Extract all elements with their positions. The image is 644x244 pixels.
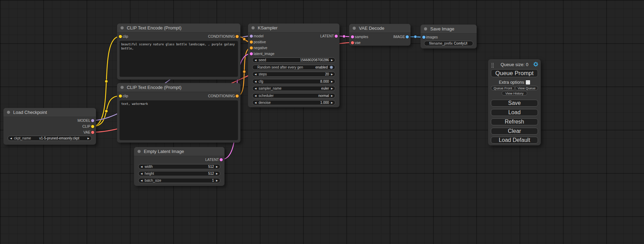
node-title-bar[interactable]: CLIP Text Encode (Prompt) <box>117 83 240 92</box>
output-slot-latent[interactable]: LATENT <box>248 33 339 39</box>
queue-prompt-button[interactable]: Queue Prompt <box>491 69 538 77</box>
node-title-bar[interactable]: Save Image <box>421 25 477 34</box>
node-title: Load Checkpoint <box>13 110 47 115</box>
input-slot-positive[interactable]: positive <box>248 39 339 45</box>
increment-arrow-icon[interactable]: ▶ <box>216 179 218 182</box>
decrement-arrow-icon[interactable]: ◀ <box>141 165 142 168</box>
image-output-dot[interactable] <box>406 35 409 38</box>
decrement-arrow-icon[interactable]: ◀ <box>255 80 256 83</box>
widget-cfg[interactable]: ◀ cfg 8.000 ▶ <box>252 79 335 84</box>
node-ksampler[interactable]: KSampler model LATENT positive negative … <box>248 24 339 107</box>
collapse-dot-icon[interactable] <box>121 26 124 29</box>
latent-output-dot[interactable] <box>335 35 338 38</box>
toggle-knob[interactable] <box>330 66 333 69</box>
prompt-textarea[interactable]: text, watermark <box>120 100 238 140</box>
input-slot-vae[interactable]: vae <box>349 40 411 45</box>
widget-ckpt-name[interactable]: ◀ ckpt_name v1-5-pruned-emaonly.ckpt ▶ <box>8 136 92 141</box>
load-button[interactable]: Load <box>491 109 538 116</box>
model-output-dot[interactable] <box>91 119 94 122</box>
queue-front-button[interactable]: Queue Front <box>491 86 515 90</box>
decrement-arrow-icon[interactable]: ◀ <box>141 179 142 182</box>
collapse-dot-icon[interactable] <box>138 150 141 153</box>
settings-gear-icon[interactable] <box>533 62 538 67</box>
node-title: Empty Latent Image <box>144 149 184 154</box>
increment-arrow-icon[interactable]: ▶ <box>331 59 333 61</box>
increment-arrow-icon[interactable]: ▶ <box>331 80 333 83</box>
view-queue-button[interactable]: View Queue <box>515 86 538 90</box>
node-save-image[interactable]: Save Image images filename_prefix ComfyU… <box>421 25 477 48</box>
latent-image-input-dot[interactable] <box>250 52 253 55</box>
output-slot-vae[interactable]: VAE <box>3 129 96 135</box>
images-input-dot[interactable] <box>422 36 425 39</box>
prev-arrow-icon[interactable]: ◀ <box>255 94 256 97</box>
latent-output-dot[interactable] <box>220 158 223 161</box>
output-slot-latent[interactable]: LATENT <box>134 157 224 162</box>
clip-output-dot[interactable] <box>91 125 94 128</box>
increment-arrow-icon[interactable]: ▶ <box>216 172 218 175</box>
queue-menu-panel[interactable]: Queue size: 0 Queue Prompt Extra options… <box>488 59 541 145</box>
next-arrow-icon[interactable]: ▶ <box>331 94 333 97</box>
conditioning-output-dot[interactable] <box>236 94 239 98</box>
output-slot-image[interactable]: IMAGE <box>349 34 411 39</box>
extra-options-label: Extra options <box>499 80 524 85</box>
conditioning-output-dot[interactable] <box>236 35 239 38</box>
next-arrow-icon[interactable]: ▶ <box>88 137 89 139</box>
decrement-arrow-icon[interactable]: ◀ <box>255 59 256 61</box>
widget-scheduler[interactable]: ◀ scheduler normal ▶ <box>252 93 335 98</box>
decrement-arrow-icon[interactable]: ◀ <box>255 101 256 104</box>
increment-arrow-icon[interactable]: ▶ <box>331 73 333 75</box>
clear-button[interactable]: Clear <box>491 128 538 135</box>
node-title-bar[interactable]: VAE Decode <box>349 24 411 33</box>
widget-filename-prefix[interactable]: filename_prefix ComfyUI <box>424 41 473 46</box>
collapse-dot-icon[interactable] <box>353 27 356 30</box>
next-arrow-icon[interactable]: ▶ <box>331 87 333 90</box>
node-clip-text-encode-negative[interactable]: CLIP Text Encode (Prompt) clip CONDITION… <box>117 83 240 143</box>
collapse-dot-icon[interactable] <box>121 86 124 89</box>
node-title-bar[interactable]: Load Checkpoint <box>3 108 96 117</box>
decrement-arrow-icon[interactable]: ◀ <box>255 73 256 75</box>
widget-steps[interactable]: ◀ steps 20 ▶ <box>252 72 335 77</box>
node-title-bar[interactable]: KSampler <box>248 24 339 33</box>
input-slot-images[interactable]: images <box>421 34 477 40</box>
prev-arrow-icon[interactable]: ◀ <box>255 87 256 90</box>
output-slot-conditioning[interactable]: CONDITIONING <box>117 93 240 99</box>
node-clip-text-encode-positive[interactable]: CLIP Text Encode (Prompt) clip CONDITION… <box>117 24 240 80</box>
vae-input-dot[interactable] <box>351 41 354 44</box>
load-default-button[interactable]: Load Default <box>491 137 538 144</box>
graph-canvas[interactable]: Load Checkpoint MODEL CLIP VAE ◀ ckpt_na… <box>0 0 644 244</box>
input-slot-latent-image[interactable]: latent_image <box>248 51 339 56</box>
widget-sampler-name[interactable]: ◀ sampler_name euler ▶ <box>252 86 335 91</box>
increment-arrow-icon[interactable]: ▶ <box>216 165 218 168</box>
negative-input-dot[interactable] <box>250 46 253 49</box>
node-title-bar[interactable]: CLIP Text Encode (Prompt) <box>117 24 240 33</box>
output-slot-model[interactable]: MODEL <box>3 118 96 123</box>
node-vae-decode[interactable]: VAE Decode samples IMAGE vae <box>349 24 411 46</box>
node-title: KSampler <box>258 25 277 30</box>
node-title-bar[interactable]: Empty Latent Image <box>134 147 224 156</box>
increment-arrow-icon[interactable]: ▶ <box>331 101 333 104</box>
save-button[interactable]: Save <box>491 100 538 107</box>
collapse-dot-icon[interactable] <box>7 111 10 114</box>
output-slot-clip[interactable]: CLIP <box>3 124 96 129</box>
positive-input-dot[interactable] <box>250 40 253 44</box>
node-empty-latent-image[interactable]: Empty Latent Image LATENT ◀ width 512 ▶ … <box>134 147 224 186</box>
vae-output-dot[interactable] <box>91 131 94 134</box>
link-midpoint-dot <box>243 38 246 41</box>
output-slot-conditioning[interactable]: CONDITIONING <box>117 34 240 39</box>
prompt-textarea[interactable]: beautiful scenery nature glass bottle la… <box>120 41 238 77</box>
prev-arrow-icon[interactable]: ◀ <box>10 137 12 139</box>
extra-options-checkbox[interactable] <box>526 80 530 84</box>
view-history-button[interactable]: View History <box>502 91 527 96</box>
widget-height[interactable]: ◀ height 512 ▶ <box>138 171 220 176</box>
decrement-arrow-icon[interactable]: ◀ <box>141 172 142 175</box>
refresh-button[interactable]: Refresh <box>491 118 538 125</box>
node-load-checkpoint[interactable]: Load Checkpoint MODEL CLIP VAE ◀ ckpt_na… <box>3 108 96 145</box>
widget-seed[interactable]: ◀ seed 156680208700286 ▶ <box>252 57 335 63</box>
widget-denoise[interactable]: ◀ denoise 1.000 ▶ <box>252 100 335 105</box>
widget-width[interactable]: ◀ width 512 ▶ <box>138 164 220 169</box>
widget-random-seed-toggle[interactable]: Random seed after every gen enabled <box>252 65 335 70</box>
collapse-dot-icon[interactable] <box>424 27 427 30</box>
widget-batch-size[interactable]: ◀ batch_size 1 ▶ <box>138 178 220 183</box>
collapse-dot-icon[interactable] <box>252 26 255 29</box>
input-slot-negative[interactable]: negative <box>248 45 339 51</box>
